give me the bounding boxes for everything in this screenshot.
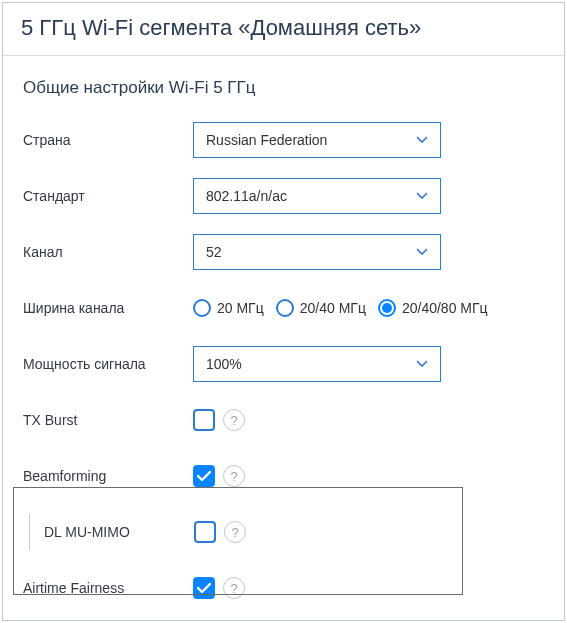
width-label: Ширина канала [23, 300, 193, 316]
width-radio-2040-label: 20/40 МГц [300, 300, 366, 316]
chevron-down-icon [416, 360, 428, 368]
width-radio-2040[interactable]: 20/40 МГц [276, 299, 366, 317]
help-icon[interactable]: ? [224, 521, 246, 543]
dlmumimo-label: DL MU-MIMO [44, 524, 194, 540]
channel-select[interactable]: 52 [193, 234, 441, 270]
txburst-label: TX Burst [23, 412, 193, 428]
standard-value: 802.11a/n/ac [206, 188, 287, 204]
power-label: Мощность сигнала [23, 356, 193, 372]
chevron-down-icon [416, 248, 428, 256]
radio-circle-icon [193, 299, 211, 317]
width-radio-204080[interactable]: 20/40/80 МГц [378, 299, 488, 317]
dlmumimo-checkbox[interactable] [194, 521, 216, 543]
width-radio-group: 20 МГц 20/40 МГц 20/40/80 МГц [193, 299, 488, 317]
help-icon[interactable]: ? [223, 465, 245, 487]
country-select[interactable]: Russian Federation [193, 122, 441, 158]
chevron-down-icon [416, 192, 428, 200]
channel-label: Канал [23, 244, 193, 260]
width-radio-204080-label: 20/40/80 МГц [402, 300, 488, 316]
help-icon[interactable]: ? [223, 409, 245, 431]
beamforming-label: Beamforming [23, 468, 193, 484]
chevron-down-icon [416, 136, 428, 144]
txburst-checkbox[interactable] [193, 409, 215, 431]
help-icon[interactable]: ? [223, 577, 245, 599]
radio-circle-icon [378, 299, 396, 317]
country-label: Страна [23, 132, 193, 148]
section-title: Общие настройки Wi-Fi 5 ГГц [23, 78, 544, 98]
power-value: 100% [206, 356, 242, 372]
power-select[interactable]: 100% [193, 346, 441, 382]
channel-value: 52 [206, 244, 222, 260]
standard-select[interactable]: 802.11a/n/ac [193, 178, 441, 214]
airtime-checkbox[interactable] [193, 577, 215, 599]
radio-circle-icon [276, 299, 294, 317]
page-title: 5 ГГц Wi-Fi сегмента «Домашняя сеть» [21, 15, 546, 41]
standard-label: Стандарт [23, 188, 193, 204]
beamforming-checkbox[interactable] [193, 465, 215, 487]
width-radio-20-label: 20 МГц [217, 300, 264, 316]
country-value: Russian Federation [206, 132, 327, 148]
airtime-label: Airtime Fairness [23, 580, 193, 596]
width-radio-20[interactable]: 20 МГц [193, 299, 264, 317]
